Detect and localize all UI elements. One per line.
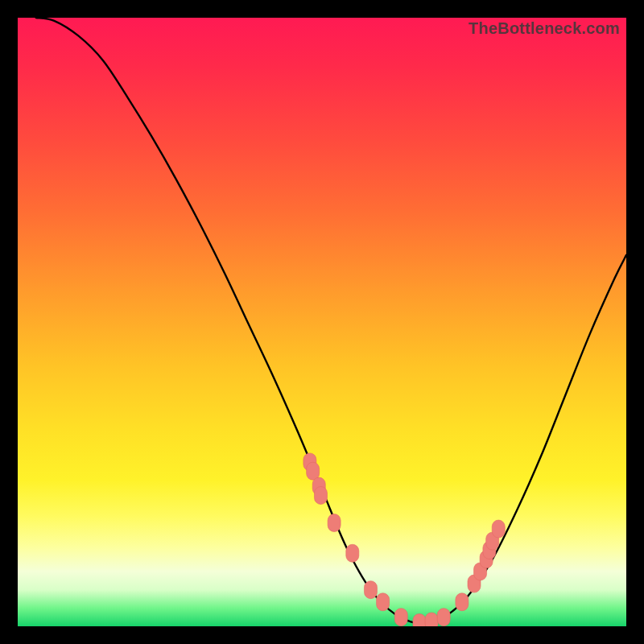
chart-frame: TheBottleneck.com — [0, 0, 644, 644]
marker — [394, 609, 407, 626]
watermark-label: TheBottleneck.com — [469, 19, 620, 38]
marker — [328, 514, 341, 531]
marker — [312, 477, 325, 495]
marker — [346, 544, 359, 562]
marker — [314, 486, 327, 504]
marker — [437, 609, 450, 626]
marker — [303, 453, 316, 471]
marker — [307, 462, 320, 480]
marker — [492, 520, 505, 538]
highlighted-points-group — [303, 453, 505, 626]
marker — [364, 581, 377, 599]
marker — [468, 575, 481, 592]
marker — [474, 563, 487, 580]
curve-svg — [18, 18, 626, 626]
marker — [480, 551, 493, 568]
marker — [377, 593, 390, 611]
marker — [425, 613, 438, 626]
marker — [486, 532, 499, 550]
marker — [456, 593, 469, 611]
plot-area: TheBottleneck.com — [18, 18, 626, 626]
bottleneck-curve-line — [36, 18, 626, 623]
marker — [483, 542, 496, 559]
marker — [413, 613, 426, 626]
